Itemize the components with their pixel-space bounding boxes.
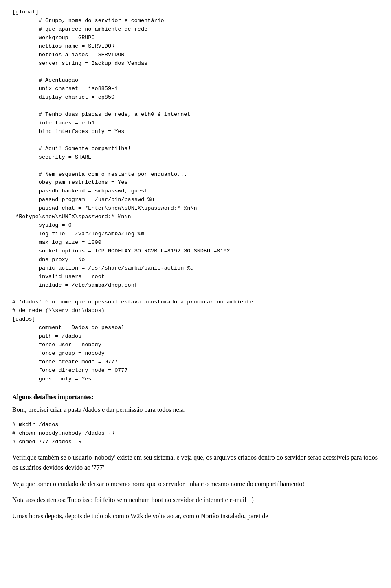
section-heading: Alguns detalhes importantes: bbox=[12, 392, 379, 402]
prose-paragraph-2: Verifique também se o usuário 'nobody' e… bbox=[12, 452, 379, 473]
mkdir-commands-code: # mkdir /dados # chown nobody.nobody /da… bbox=[12, 421, 379, 447]
prose-paragraph-3: Veja que tomei o cuidado de deixar o mes… bbox=[12, 479, 379, 489]
prose-paragraph-4: Nota aos desatentos: Tudo isso foi feito… bbox=[12, 495, 379, 505]
prose-paragraph-1: Bom, precisei criar a pasta /dados e dar… bbox=[12, 405, 379, 415]
prose-paragraph-5: Umas horas depois, depois de tudo ok com… bbox=[12, 511, 379, 522]
page-content: [global] # Grupo, nome do servidor e com… bbox=[12, 8, 379, 521]
samba-config-code: [global] # Grupo, nome do servidor e com… bbox=[12, 8, 379, 384]
